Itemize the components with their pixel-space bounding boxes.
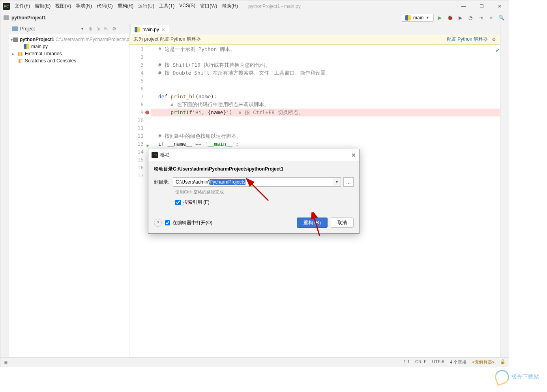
menu-item[interactable]: 窗口(W) xyxy=(198,1,219,11)
navigation-bar: pythonProject1 main ▼ ▶ 🐞 ▶ ◔ ⇥ ■ 🔍 xyxy=(0,12,509,23)
menu-item[interactable]: 帮助(H) xyxy=(219,1,240,11)
window-controls: — ☐ ✕ xyxy=(454,0,509,12)
tab-label: main.py xyxy=(142,27,159,32)
search-everywhere-button[interactable]: 🔍 xyxy=(497,13,506,22)
warning-text: 未为 project 配置 Python 解释器 xyxy=(133,36,201,43)
dialog-close-icon[interactable]: ✕ xyxy=(351,152,356,158)
to-directory-label: 到目录: xyxy=(154,179,173,186)
open-in-editor-checkbox[interactable]: 在编辑器中打开(O) xyxy=(165,219,212,226)
help-button[interactable]: ? xyxy=(154,219,162,227)
dialog-titlebar[interactable]: PC 移动 ✕ xyxy=(148,149,359,161)
chevron-down-icon[interactable]: ▼ xyxy=(81,27,84,31)
stop-button[interactable]: ■ xyxy=(487,13,495,22)
collapse-all-icon[interactable]: ⇱ xyxy=(102,26,110,32)
attach-button[interactable]: ⇥ xyxy=(476,13,485,22)
line-separator[interactable]: CRLF xyxy=(415,359,427,365)
python-icon xyxy=(405,15,411,21)
close-button[interactable]: ✕ xyxy=(491,0,509,12)
project-tree[interactable]: ▾ pythonProject1 C:\Users\admin\PycharmP… xyxy=(9,34,129,66)
project-tool-header: Project ▼ ⊕ ⇲ ⇱ ⚙ — xyxy=(9,23,129,34)
search-references-checkbox[interactable]: 搜索引用 (F) xyxy=(175,199,354,206)
menu-item[interactable]: 视图(V) xyxy=(53,1,73,11)
expand-all-icon[interactable]: ⇲ xyxy=(94,26,102,32)
project-root-node[interactable]: ▾ pythonProject1 C:\Users\admin\PycharmP… xyxy=(9,36,129,43)
checkbox-input[interactable] xyxy=(165,220,170,225)
interpreter-status[interactable]: <无解释器> xyxy=(472,359,495,365)
right-tool-stripe[interactable] xyxy=(500,23,509,357)
dialog-heading: 移动目录C:\Users\admin\PycharmProjects\pytho… xyxy=(154,166,354,173)
minimize-button[interactable]: — xyxy=(454,0,472,12)
project-tool-window: Project ▼ ⊕ ⇲ ⇱ ⚙ — ▾ pythonProject1 C:\… xyxy=(9,23,129,357)
checkbox-input[interactable] xyxy=(175,200,181,205)
settings-icon[interactable]: ⚙ xyxy=(110,26,118,32)
menu-item[interactable]: 导航(N) xyxy=(73,1,94,11)
maximize-button[interactable]: ☐ xyxy=(472,0,491,12)
app-icon: PC xyxy=(3,3,10,10)
menu-item[interactable]: 代码(C) xyxy=(94,1,115,11)
window-title: pythonProject1 - main.py xyxy=(240,4,454,9)
debug-button[interactable]: 🐞 xyxy=(446,13,454,22)
watermark-text: 极光下载站 xyxy=(511,373,539,381)
select-opened-file-icon[interactable]: ⊕ xyxy=(86,26,94,32)
menu-item[interactable]: 文件(F) xyxy=(12,1,32,11)
expand-arrow-icon[interactable]: ▸ xyxy=(12,52,17,56)
browse-button[interactable]: … xyxy=(343,177,354,187)
project-tool-title[interactable]: Project xyxy=(20,26,81,32)
titlebar: PC 文件(F)编辑(E)视图(V)导航(N)代码(C)重构(R)运行(U)工具… xyxy=(0,0,509,12)
interpreter-warning-bar: 未为 project 配置 Python 解释器 配置 Python 解释器 ⚙ xyxy=(129,34,500,45)
menu-item[interactable]: 编辑(E) xyxy=(32,1,53,11)
file-encoding[interactable]: UTF-8 xyxy=(432,359,444,365)
editor-tab[interactable]: main.py ✕ xyxy=(130,25,169,34)
editor-tabs: main.py ✕ xyxy=(129,23,500,34)
scratches-node[interactable]: ◧ Scratches and Consoles xyxy=(9,57,129,64)
status-bar: ▣ 1:1 CRLF UTF-8 4 个空格 <无解释器> 🔓 xyxy=(0,357,509,367)
external-libraries-node[interactable]: ▸ ▮▮ External Libraries xyxy=(9,50,129,57)
run-config-name: main xyxy=(413,15,423,21)
folder-icon xyxy=(4,15,9,20)
app-icon: PC xyxy=(152,152,158,158)
menu-item[interactable]: 工具(T) xyxy=(157,1,177,11)
run-coverage-button[interactable]: ▶ xyxy=(456,13,465,22)
scratch-icon: ◧ xyxy=(17,58,23,64)
project-root-label: pythonProject1 xyxy=(20,37,54,42)
python-file-icon xyxy=(24,44,29,49)
chevron-down-icon: ▼ xyxy=(426,16,429,20)
watermark: 极光下载站 xyxy=(495,370,539,384)
folder-icon xyxy=(13,38,18,42)
directory-path-input[interactable]: C:\Users\admin\PycharmProjects xyxy=(173,177,333,187)
history-dropdown-icon[interactable]: ▼ xyxy=(333,177,341,187)
main-menu: 文件(F)编辑(E)视图(V)导航(N)代码(C)重构(R)运行(U)工具(T)… xyxy=(12,1,240,11)
menu-item[interactable]: 运行(U) xyxy=(136,1,157,11)
watermark-logo-icon xyxy=(493,368,511,386)
run-gutter-icon[interactable]: ▶ xyxy=(146,142,149,150)
project-icon xyxy=(12,26,18,31)
run-button[interactable]: ▶ xyxy=(435,13,444,22)
breakpoint-icon[interactable] xyxy=(145,111,149,114)
tool-window-toggle-icon[interactable]: ▣ xyxy=(4,360,7,365)
dialog-title: 移动 xyxy=(160,152,351,158)
menu-item[interactable]: 重构(R) xyxy=(115,1,136,11)
caret-position[interactable]: 1:1 xyxy=(404,359,410,365)
inspection-ok-icon[interactable]: ✔ xyxy=(496,47,499,53)
tree-file-node[interactable]: main.py xyxy=(9,43,129,50)
move-dialog: PC 移动 ✕ 移动目录C:\Users\admin\PycharmProjec… xyxy=(148,149,360,234)
refactor-button[interactable]: 重构 (R) xyxy=(297,218,328,228)
profile-button[interactable]: ◔ xyxy=(466,13,475,22)
library-icon: ▮▮ xyxy=(17,51,23,56)
tab-close-icon[interactable]: ✕ xyxy=(161,27,165,32)
hide-icon[interactable]: — xyxy=(118,26,126,32)
indent-setting[interactable]: 4 个空格 xyxy=(450,359,466,365)
cancel-button[interactable]: 取消 xyxy=(331,218,354,228)
run-config-selector[interactable]: main ▼ xyxy=(401,14,434,22)
project-breadcrumb[interactable]: pythonProject1 xyxy=(11,15,46,21)
gear-icon[interactable]: ⚙ xyxy=(492,37,496,42)
menu-item[interactable]: VCS(S) xyxy=(177,1,198,11)
path-completion-hint: 使用Ctrl+空格的路径完成 xyxy=(175,189,354,195)
left-tool-stripe[interactable] xyxy=(0,23,9,357)
readonly-toggle-icon[interactable]: 🔓 xyxy=(500,359,506,365)
python-file-icon xyxy=(135,27,140,32)
configure-interpreter-link[interactable]: 配置 Python 解释器 xyxy=(447,36,488,43)
